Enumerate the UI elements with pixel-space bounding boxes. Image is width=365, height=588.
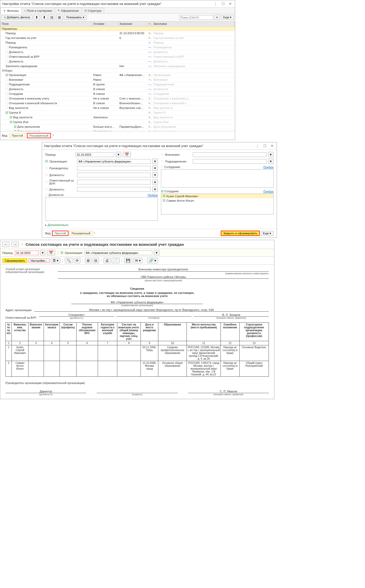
more-link[interactable]: ▸ Дополнительно xyxy=(45,223,68,226)
view-simple[interactable]: Простой xyxy=(9,133,25,138)
show-button[interactable]: Показывать ▾ xyxy=(64,15,86,20)
view-extended[interactable]: Расширенный xyxy=(27,133,51,138)
filter-row[interactable]: ☐ Руководитель—Руководитель xyxy=(0,45,235,50)
tab-fields[interactable]: ≡Поля и сортировки xyxy=(21,8,55,13)
close-icon[interactable]: ✕ xyxy=(270,143,275,148)
dropdown-icon[interactable]: ▾ xyxy=(268,159,274,164)
podbor-link[interactable]: Подбор xyxy=(263,166,274,169)
dropdown-icon[interactable]: ▾ xyxy=(268,152,274,157)
filter-row[interactable]: ☐ СотрудникВ списке—Сотрудники xyxy=(0,92,235,96)
filter-row[interactable]: ☐ Ответственный за ВУР—Ответственный за … xyxy=(0,55,235,59)
close-icon[interactable]: ✕ xyxy=(228,1,233,6)
menu-icon[interactable]: ⋮ xyxy=(213,1,218,6)
period-input[interactable] xyxy=(76,152,114,157)
up-icon[interactable]: ⬆ xyxy=(33,15,40,20)
add-filter-button[interactable]: ⊕ Добавить фильтр xyxy=(1,15,32,20)
filter-row[interactable]: ☑ Группа И✕Группа И xyxy=(0,110,235,115)
dropdown-icon[interactable]: ▾ xyxy=(152,179,158,185)
view-extended[interactable]: Расширенный xyxy=(69,231,93,236)
calendar-icon[interactable]: 📅 xyxy=(123,152,131,157)
settings-button[interactable]: Настройки... xyxy=(28,258,50,263)
podbor-link[interactable]: Подбор xyxy=(148,194,158,197)
link-icon[interactable]: 🔗 ▾ xyxy=(147,258,158,263)
filter-row[interactable]: ☐ ДолжностьВ списке—Должности xyxy=(0,87,235,92)
otv-label: Ответственный за ВУР: xyxy=(49,179,76,185)
filter-row[interactable]: ☑ Группа Или✕Группа Или xyxy=(0,120,235,125)
filter-row[interactable]: Отборы xyxy=(0,68,235,73)
filter-row[interactable]: Период31.10.2023 0:00:00★Период xyxy=(0,31,235,36)
menu-icon[interactable]: ⋮ xyxy=(255,143,260,148)
star-icon[interactable]: ☆ xyxy=(21,243,24,246)
filter-row[interactable]: ☐ Отношение к воинскому учетуНе в списке… xyxy=(0,96,235,101)
refresh-icon[interactable]: ⟳ xyxy=(74,258,80,263)
max-icon[interactable]: ☐ xyxy=(221,1,226,6)
filter-row[interactable]: ☑ Вид занятостиЗаполнено✕Вид занятости xyxy=(0,115,235,120)
view-simple[interactable]: Простой xyxy=(52,231,68,236)
max-icon[interactable]: ☐ xyxy=(262,143,268,148)
calendar-icon[interactable]: 📅 xyxy=(47,250,55,255)
otv-input[interactable] xyxy=(77,180,151,184)
collapse-icon[interactable]: ⊟ xyxy=(92,258,99,263)
clear-search-icon[interactable]: × xyxy=(214,15,220,20)
tab-struct[interactable]: ⊞Структура xyxy=(82,8,104,13)
period-dropdown-icon[interactable]: ▾ xyxy=(116,152,121,157)
close-form-button[interactable]: Закрыть и сформировать xyxy=(221,231,260,236)
ruk-input[interactable] xyxy=(77,166,151,171)
save-icon[interactable]: 💾 xyxy=(124,258,132,263)
filter-row[interactable]: ☐ Вид занятостиНе в спискеВнутреннее сов… xyxy=(0,106,235,110)
dol-input[interactable] xyxy=(77,173,151,177)
voen-input[interactable] xyxy=(193,152,266,157)
preview-icon[interactable]: 📄 xyxy=(112,258,120,263)
filter-row[interactable]: ☐ Должность—Должность xyxy=(0,50,235,55)
period-input[interactable] xyxy=(15,251,38,255)
down-icon[interactable]: ⬇ xyxy=(41,15,48,20)
more-button[interactable]: Еще ▾ xyxy=(261,231,274,236)
filter-row[interactable]: ☐ Отношение к воинской обязанностиВ спис… xyxy=(0,101,235,106)
more-button[interactable]: Еще ▾ xyxy=(221,15,234,20)
dropdown-icon[interactable]: ▾ xyxy=(152,159,158,164)
filter-row[interactable]: Год постановки на учет0✕Год постановки н… xyxy=(0,36,235,40)
list-item[interactable]: ☑ Савкин Антон Ильич xyxy=(161,198,273,203)
group-icon[interactable]: ⊟ xyxy=(49,15,55,20)
form-button[interactable]: Сформировать xyxy=(2,258,27,263)
expand-icon[interactable]: ⊞ xyxy=(85,258,91,263)
filter-row[interactable]: ☑ ОрганизацияРавноФА «Управление субъект… xyxy=(0,73,235,78)
mail-icon[interactable]: ✉ ▾ xyxy=(133,258,143,263)
tab-format[interactable]: ✎Оформление xyxy=(55,8,82,13)
ungroup-icon[interactable]: ⊞ xyxy=(56,15,63,20)
filter-row[interactable]: ☑ Дата увольненияБольше или равноПарамет… xyxy=(0,125,235,129)
dropdown-icon[interactable]: ▾ xyxy=(152,187,158,192)
filter-row[interactable]: Заполнять карандашомНет—Заполнять каранд… xyxy=(0,64,235,68)
podbor-link[interactable]: Подбор xyxy=(263,190,274,193)
print-icon[interactable]: 🖨 xyxy=(103,258,111,263)
podr-input[interactable] xyxy=(193,159,266,164)
filter-row[interactable]: Параметры xyxy=(0,27,235,31)
filter-row[interactable]: ☐ ПодразделениеВ группе—Подразделение xyxy=(0,82,235,87)
help-icon[interactable]: ? xyxy=(53,134,54,137)
filter-row[interactable]: ☑ Дата увольненияНе заполнено✕Дата уволь… xyxy=(0,129,235,131)
help-icon[interactable]: ? xyxy=(94,232,95,235)
org-input[interactable] xyxy=(77,159,151,164)
doc-t2: о гражданах, состоящих на воинском учете… xyxy=(5,291,269,294)
dol2-input[interactable] xyxy=(77,187,151,192)
list-item[interactable]: ☑ Кузин Сергей Иванович xyxy=(161,194,273,198)
employee-list[interactable]: ☑ Кузин Сергей Иванович☑ Савкин Антон Ил… xyxy=(161,194,274,214)
filter-row[interactable]: ☐ Должность—Должность xyxy=(0,59,235,64)
dropdown-icon[interactable]: ▾ xyxy=(152,172,158,178)
dropdown-icon[interactable]: ▾ xyxy=(152,165,158,171)
dropdown-icon[interactable]: ▾ xyxy=(40,250,45,255)
dolzh-list[interactable] xyxy=(45,197,158,221)
forward-icon[interactable]: → xyxy=(11,242,19,247)
org-input[interactable] xyxy=(84,251,152,255)
filter-grid[interactable]: Параметры Период31.10.2023 0:00:00★Перио… xyxy=(0,27,235,131)
dol-label: Должность: xyxy=(49,173,76,177)
find-icon[interactable]: 🔍 xyxy=(65,258,73,263)
filter-row[interactable]: ☐ ВоенкоматРавно—Военкомат xyxy=(0,78,235,82)
sotr-list[interactable] xyxy=(161,169,274,188)
back-icon[interactable]: ← xyxy=(2,242,9,247)
tab-filters[interactable]: ▼Фильтры xyxy=(0,8,22,14)
settings-dropdown-icon[interactable]: 🖺 ▾ xyxy=(51,258,61,263)
dropdown-icon[interactable]: ▾ xyxy=(154,250,159,255)
filter-row[interactable]: Период✕Период xyxy=(0,40,235,45)
search-input[interactable] xyxy=(179,15,213,20)
